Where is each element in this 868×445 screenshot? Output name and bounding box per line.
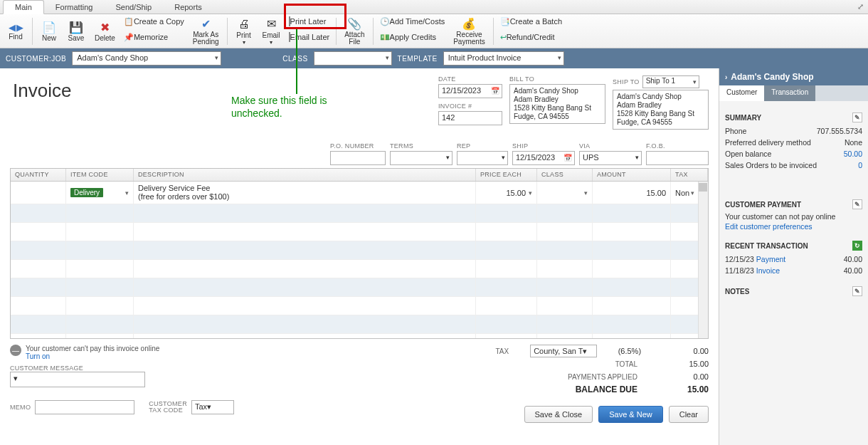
balance-value: 15.00 bbox=[659, 384, 709, 394]
calendar-icon[interactable]: 📅 bbox=[491, 87, 499, 95]
chevron-down-icon[interactable]: ▾ bbox=[584, 189, 588, 197]
col-description[interactable]: DESCRIPTION bbox=[134, 169, 476, 181]
table-row[interactable] bbox=[11, 223, 708, 241]
template-select[interactable]: Intuit Product Invoice▾ bbox=[443, 51, 564, 66]
rp-tab-customer[interactable]: Customer bbox=[719, 85, 764, 101]
create-copy-button[interactable]: 📋Create a Copy bbox=[121, 16, 187, 31]
table-row[interactable] bbox=[11, 315, 708, 334]
sales-orders-value[interactable]: 0 bbox=[858, 161, 862, 169]
recent-row[interactable]: 12/15/23 Payment40.00 bbox=[725, 253, 862, 265]
chevron-down-icon: ▾ bbox=[693, 78, 697, 85]
edit-icon[interactable]: ✎ bbox=[852, 112, 862, 122]
chevron-down-icon: ▾ bbox=[558, 54, 561, 61]
save-close-button[interactable]: Save & Close bbox=[524, 406, 593, 423]
notes-title: NOTES bbox=[725, 288, 749, 295]
receive-payments-button[interactable]: 💰Receive Payments bbox=[449, 16, 489, 47]
open-balance-value[interactable]: 50.00 bbox=[844, 150, 862, 158]
print-button[interactable]: 🖨Print▾ bbox=[231, 16, 257, 47]
print-later-checkbox[interactable]: Print Later bbox=[286, 16, 333, 31]
via-select[interactable]: UPS▾ bbox=[579, 151, 642, 165]
recent-row[interactable]: 11/18/23 Invoice40.00 bbox=[725, 265, 862, 276]
attach-file-button[interactable]: 📎Attach File bbox=[340, 16, 369, 47]
chevron-down-icon[interactable]: ▾ bbox=[529, 189, 532, 197]
chevron-down-icon: ▾ bbox=[215, 54, 218, 61]
shipto-address[interactable]: Adam's Candy Shop Adam Bradley 1528 Kitt… bbox=[613, 90, 709, 130]
customer-tax-code-select[interactable]: Tax▾ bbox=[191, 400, 234, 414]
mark-pending-button[interactable]: ✔Mark As Pending bbox=[189, 16, 223, 47]
save-button[interactable]: 💾Save bbox=[63, 16, 89, 47]
item-tag[interactable]: Delivery bbox=[70, 188, 103, 197]
col-price[interactable]: PRICE EACH bbox=[476, 169, 537, 181]
date-label: DATE bbox=[438, 75, 502, 83]
clear-button[interactable]: Clear bbox=[669, 406, 709, 423]
fob-input[interactable] bbox=[646, 151, 709, 165]
col-item[interactable]: ITEM CODE bbox=[66, 169, 134, 181]
edit-icon[interactable]: ✎ bbox=[852, 286, 862, 296]
customer-job-label: CUSTOMER:JOB bbox=[6, 55, 66, 63]
table-row[interactable] bbox=[11, 278, 708, 297]
po-input[interactable] bbox=[330, 151, 386, 165]
customer-message-select[interactable]: ▾ bbox=[10, 372, 145, 387]
tax-select[interactable]: County, San T▾ bbox=[530, 345, 597, 357]
chevron-down-icon[interactable]: ▾ bbox=[691, 189, 694, 197]
tab-formatting[interactable]: Formatting bbox=[44, 1, 105, 14]
edit-preferences-link[interactable]: Edit customer preferences bbox=[725, 222, 862, 231]
grid-body[interactable]: Delivery▾ Delivery Service Fee (free for… bbox=[11, 182, 708, 338]
turn-on-link[interactable]: Turn on bbox=[26, 352, 50, 360]
rp-title[interactable]: ›Adam's Candy Shop bbox=[719, 68, 868, 85]
tab-sendship[interactable]: Send/Ship bbox=[104, 1, 163, 14]
terms-select[interactable]: ▾ bbox=[390, 151, 452, 165]
batch-icon: 📑 bbox=[500, 17, 510, 26]
table-row[interactable]: Delivery▾ Delivery Service Fee (free for… bbox=[11, 182, 708, 204]
right-panel: ›Adam's Candy Shop Customer Transaction … bbox=[719, 68, 868, 445]
chevron-down-icon: ▾ bbox=[446, 154, 450, 161]
summary-title: SUMMARY bbox=[725, 114, 761, 122]
customer-job-select[interactable]: Adam's Candy Shop▾ bbox=[72, 51, 221, 66]
refresh-icon[interactable]: ↻ bbox=[852, 241, 862, 251]
billto-address[interactable]: Adam's Candy Shop Adam Bradley 1528 Kitt… bbox=[509, 84, 605, 124]
tab-main[interactable]: Main bbox=[3, 0, 44, 14]
edit-icon[interactable]: ✎ bbox=[852, 199, 862, 209]
tab-reports[interactable]: Reports bbox=[163, 1, 213, 14]
credits-icon: 💵 bbox=[380, 33, 390, 41]
table-row[interactable] bbox=[11, 260, 708, 278]
time-icon: 🕒 bbox=[380, 17, 390, 26]
add-time-button[interactable]: 🕒Add Time/Costs bbox=[377, 16, 448, 31]
memorize-icon: 📌 bbox=[124, 33, 134, 41]
table-row[interactable] bbox=[11, 204, 708, 223]
memo-input[interactable] bbox=[35, 400, 134, 414]
table-row[interactable] bbox=[11, 297, 708, 315]
col-amount[interactable]: AMOUNT bbox=[593, 169, 671, 181]
find-button[interactable]: ◀▶ Find bbox=[3, 16, 28, 47]
chevron-down-icon[interactable]: ▾ bbox=[125, 189, 129, 197]
col-tax[interactable]: TAX bbox=[671, 169, 708, 181]
refund-icon: ↩ bbox=[500, 33, 507, 41]
invoice-no-label: INVOICE # bbox=[438, 103, 502, 110]
rp-tab-transaction[interactable]: Transaction bbox=[764, 85, 815, 101]
scrollbar[interactable] bbox=[698, 182, 708, 338]
email-button[interactable]: ✉Email▾ bbox=[258, 16, 285, 47]
refund-credit-button[interactable]: ↩Refund/Credit bbox=[497, 32, 565, 46]
delete-button[interactable]: ✖Delete bbox=[90, 16, 120, 47]
calendar-icon[interactable]: 📅 bbox=[563, 154, 572, 162]
save-new-button[interactable]: Save & New bbox=[598, 406, 663, 423]
shipto-select[interactable]: Ship To 1▾ bbox=[642, 75, 699, 88]
table-row[interactable] bbox=[11, 334, 708, 338]
expand-icon[interactable]: ⤢ bbox=[857, 2, 864, 11]
col-class[interactable]: CLASS bbox=[537, 169, 593, 181]
table-row[interactable] bbox=[11, 241, 708, 260]
delete-icon: ✖ bbox=[97, 20, 112, 34]
delivery-label: Preferred delivery method bbox=[725, 138, 811, 147]
invoice-no-input[interactable]: 142 bbox=[438, 111, 502, 125]
col-quantity[interactable]: QUANTITY bbox=[11, 169, 66, 181]
rep-select[interactable]: ▾ bbox=[457, 151, 508, 165]
class-select[interactable]: ▾ bbox=[314, 51, 392, 66]
copy-icon: 📋 bbox=[124, 17, 134, 26]
date-input[interactable]: 12/15/2023📅 bbox=[438, 84, 502, 98]
new-button[interactable]: 📄New bbox=[36, 16, 62, 47]
email-later-checkbox[interactable]: Email Later bbox=[286, 32, 333, 46]
create-batch-button[interactable]: 📑Create a Batch bbox=[497, 16, 565, 31]
memorize-button[interactable]: 📌Memorize bbox=[121, 32, 187, 46]
apply-credits-button[interactable]: 💵Apply Credits bbox=[377, 32, 448, 46]
ship-date-input[interactable]: 12/15/2023📅 bbox=[512, 151, 575, 165]
